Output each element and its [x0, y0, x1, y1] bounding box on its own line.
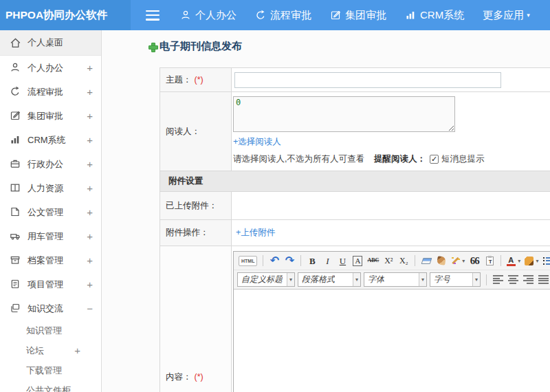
expand-toggle-icon[interactable]: − — [87, 303, 93, 314]
font-family-select[interactable]: 字体▾ — [364, 272, 427, 287]
redo-icon-glyph: ↷ — [285, 255, 294, 266]
chevron-down-icon[interactable]: ▾ — [518, 258, 520, 264]
underline-icon[interactable]: U — [336, 253, 349, 268]
sidebar-item-personal-desktop[interactable]: 个人桌面 — [0, 30, 101, 56]
heading-select[interactable]: 自定义标题▾ — [237, 272, 295, 287]
font-box-icon-glyph: A — [353, 256, 362, 266]
chevron-down-icon[interactable]: ▾ — [353, 273, 360, 286]
undo-icon[interactable]: ↶ — [267, 253, 281, 268]
sidebar-item-forum[interactable]: 论坛+ — [0, 340, 101, 360]
nav-item-label: 集团审批 — [345, 9, 386, 22]
sidebar-item-vehicle-mgmt[interactable]: 用车管理+ — [0, 224, 101, 248]
chevron-down-icon[interactable]: ▾ — [536, 258, 538, 264]
paragraph-format-select[interactable]: 段落格式▾ — [298, 272, 361, 287]
sidebar-item-public-file-cabinet[interactable]: 公共文件柜 — [0, 380, 101, 392]
nav-item-label: 更多应用 — [483, 9, 524, 22]
sidebar-item-admin-office[interactable]: 行政办公+ — [0, 152, 101, 176]
bold-icon[interactable]: B — [305, 253, 319, 268]
sidebar-item-knowledge-mgmt[interactable]: 知识管理 — [0, 320, 101, 340]
top-nav: 个人办公流程审批集团审批CRM系统更多应用▾ — [180, 9, 530, 22]
expand-toggle-icon[interactable]: + — [87, 134, 93, 146]
expand-toggle-icon[interactable]: + — [87, 110, 93, 122]
editor-toolbar-row2: 自定义标题▾段落格式▾字体▾字号▾ — [234, 270, 550, 289]
required-mark: (*) — [195, 75, 204, 85]
expand-toggle-icon[interactable]: + — [87, 279, 93, 290]
blockquote-icon[interactable]: 66 — [468, 253, 481, 268]
font-family-select-label: 字体 — [368, 274, 384, 285]
readers-textarea[interactable]: 0 — [233, 96, 455, 132]
top-header: PHPOA协同办公软件 个人办公流程审批集团审批CRM系统更多应用▾ — [0, 0, 550, 30]
nav-item-personal-office[interactable]: 个人办公 — [180, 9, 236, 22]
align-left-icon[interactable] — [491, 272, 505, 287]
hamburger-menu-icon[interactable] — [146, 10, 160, 21]
nav-item-more-apps[interactable]: 更多应用▾ — [483, 9, 530, 22]
italic-icon[interactable]: I — [320, 253, 334, 268]
expand-toggle-icon[interactable]: + — [87, 254, 93, 266]
format-brush-icon[interactable] — [434, 253, 448, 268]
nav-item-label: 个人办公 — [195, 9, 236, 22]
sidebar-item-label: 个人办公 — [28, 62, 87, 74]
expand-toggle-icon[interactable]: + — [87, 206, 93, 218]
subscript-icon[interactable]: X₂ — [397, 253, 410, 268]
attachment-section-row: 附件设置 — [160, 171, 550, 192]
ordered-list-icon[interactable]: ▾ — [541, 253, 550, 268]
expand-toggle-icon[interactable]: + — [87, 230, 93, 242]
sms-checkbox[interactable]: ✓ — [430, 155, 439, 164]
sidebar-item-archive-mgmt[interactable]: 档案管理+ — [0, 248, 101, 272]
expand-toggle-icon[interactable]: + — [87, 158, 93, 170]
highlight-color-icon[interactable]: ▾ — [523, 253, 540, 268]
chevron-down-icon[interactable]: ▾ — [462, 258, 465, 264]
sidebar-item-human-resources[interactable]: 人力资源+ — [0, 176, 101, 200]
readers-label: 阅读人： — [166, 127, 200, 136]
book-icon — [10, 182, 21, 194]
upload-attachment-link[interactable]: +上传附件 — [236, 227, 275, 239]
sidebar-item-document-mgmt[interactable]: 公文管理+ — [0, 200, 101, 224]
align-right-icon[interactable] — [521, 272, 535, 287]
editor-content-area[interactable] — [234, 290, 550, 392]
paste-text-icon[interactable] — [483, 253, 496, 268]
briefcase-icon — [10, 158, 21, 170]
sidebar-item-label: 集团审批 — [28, 110, 87, 122]
nav-item-workflow-approval[interactable]: 流程审批 — [255, 9, 311, 22]
source-code-button[interactable]: HTML — [237, 253, 258, 268]
redo-icon[interactable]: ↷ — [283, 253, 296, 268]
chevron-down-icon[interactable]: ▾ — [472, 273, 480, 286]
select-readers-link[interactable]: +选择阅读人 — [233, 136, 281, 148]
content-label-cell: 内容：(*) — [160, 246, 232, 392]
autotypeset-icon[interactable]: ▾ — [450, 253, 466, 268]
sidebar-item-label: 下载管理 — [26, 364, 93, 377]
sidebar-item-crm-system[interactable]: CRM系统+ — [0, 128, 101, 152]
sidebar-item-knowledge-exchange[interactable]: 知识交流− — [0, 296, 101, 320]
font-color-icon[interactable]: ▾ — [505, 253, 522, 268]
sidebar-item-download-mgmt[interactable]: 下载管理 — [0, 360, 101, 380]
sidebar-item-personal-office[interactable]: 个人办公+ — [0, 56, 101, 80]
font-box-icon[interactable]: A — [351, 253, 364, 268]
sidebar-item-group-approval[interactable]: 集团审批+ — [0, 104, 101, 128]
chevron-down-icon[interactable]: ▾ — [287, 273, 294, 286]
sidebar-item-project-mgmt[interactable]: 项目管理+ — [0, 272, 101, 296]
subject-input[interactable] — [234, 72, 501, 88]
sidebar-item-label: 档案管理 — [28, 254, 87, 267]
readers-row: 阅读人： 0 +选择阅读人 请选择阅读人,不选为所有人可查看 提醒阅读人： ✓ … — [160, 92, 550, 171]
chevron-down-icon[interactable]: ▾ — [419, 273, 426, 286]
process-icon — [255, 10, 266, 21]
expand-toggle-icon[interactable]: + — [87, 62, 93, 74]
expand-toggle-icon[interactable]: + — [87, 86, 93, 98]
expand-toggle-icon[interactable]: + — [87, 182, 93, 194]
page-title: 电子期刊信息发布 — [148, 40, 242, 53]
underline-icon-glyph: U — [340, 257, 346, 265]
strikethrough-icon[interactable]: ABC — [366, 253, 380, 268]
align-center-icon[interactable] — [506, 272, 520, 287]
align-justify-icon[interactable] — [536, 272, 550, 287]
sidebar-item-workflow-approval[interactable]: 流程审批+ — [0, 80, 101, 104]
uploaded-label-cell: 已上传附件： — [160, 192, 232, 220]
expand-toggle-icon[interactable]: + — [74, 345, 80, 356]
eraser-icon[interactable] — [419, 253, 433, 268]
nav-item-group-approval[interactable]: 集团审批 — [330, 9, 386, 22]
chart-icon — [10, 134, 21, 146]
font-size-select[interactable]: 字号▾ — [430, 272, 481, 287]
editor-toolbar-row1: HTML↶↷BIUAABCX²X₂▾66▾▾▾ — [234, 252, 550, 270]
font-size-select-label: 字号 — [434, 274, 450, 285]
nav-item-crm-system[interactable]: CRM系统 — [405, 9, 464, 22]
superscript-icon[interactable]: X² — [382, 253, 395, 268]
